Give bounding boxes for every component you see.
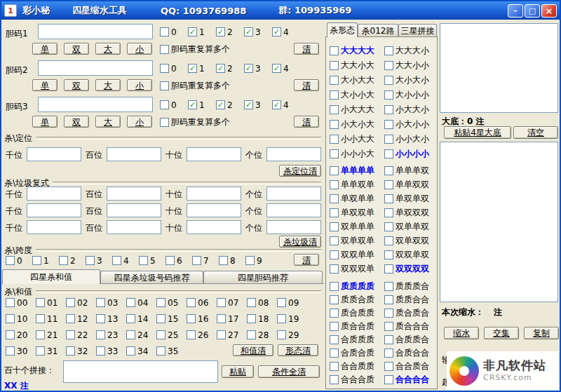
sum-checkbox[interactable] <box>187 330 196 339</box>
sum-option[interactable]: 33 <box>96 346 118 356</box>
pattern-item[interactable]: 双单单单 <box>330 222 374 232</box>
dan-digit-checkbox[interactable]: ✓ <box>244 100 253 109</box>
kill-garbage-input[interactable] <box>266 220 321 234</box>
pattern-checkbox[interactable] <box>384 90 393 100</box>
sum-checkbox[interactable] <box>156 314 165 323</box>
dan-digit-option[interactable]: ✓4 <box>272 100 289 110</box>
dan-digit-checkbox[interactable]: ✓ <box>216 27 225 36</box>
pattern-checkbox[interactable] <box>330 149 339 158</box>
sum-checkbox[interactable] <box>96 314 105 323</box>
sum-option[interactable]: 10 <box>6 313 27 324</box>
span-digit-option[interactable]: 0 <box>6 255 22 266</box>
pattern-item[interactable]: 质合合合 <box>384 321 429 332</box>
sum-checkbox[interactable] <box>6 330 15 339</box>
dan-digit-checkbox[interactable]: ✓ <box>188 64 197 73</box>
pattern-item[interactable]: 单单单双 <box>384 165 429 176</box>
pattern-checkbox[interactable] <box>384 375 393 384</box>
pattern-item[interactable]: 大小小大 <box>330 90 374 100</box>
dan-repeat-option[interactable]: 胆码重复算多个 <box>160 81 230 91</box>
pattern-checkbox[interactable] <box>330 208 339 217</box>
dan-digit-checkbox[interactable]: ✓ <box>272 100 281 109</box>
pattern-checkbox[interactable] <box>330 90 339 100</box>
sum-checkbox[interactable] <box>277 330 286 339</box>
dan-digit-checkbox[interactable]: ✓ <box>244 64 253 73</box>
sum-option[interactable]: 17 <box>217 313 238 324</box>
kill-position-input[interactable] <box>27 147 81 161</box>
dan-digit-checkbox[interactable] <box>160 64 169 73</box>
dan-odd-button[interactable]: 单 <box>32 116 58 128</box>
pattern-item[interactable]: 小小大大 <box>330 134 374 144</box>
sum-checkbox[interactable] <box>96 346 105 356</box>
tab-kill-shape[interactable]: 杀形态 <box>327 22 358 37</box>
sum-option[interactable]: 30 <box>6 346 27 356</box>
pattern-item[interactable]: 质质质质 <box>330 281 374 292</box>
dan-input[interactable] <box>38 24 153 39</box>
titlebar[interactable]: 1 彩小秘 四星缩水工具 QQ: 1093769988 群: 109935969… <box>1 1 560 20</box>
dan-digit-option[interactable]: 0 <box>160 63 177 74</box>
dan-digit-checkbox[interactable]: ✓ <box>216 64 225 73</box>
span-digit-checkbox[interactable] <box>59 256 68 265</box>
kill-position-clear-button[interactable]: 杀定位清 <box>279 165 321 177</box>
pattern-item[interactable]: 质合合质 <box>330 321 374 332</box>
pattern-checkbox[interactable] <box>384 309 393 318</box>
pattern-checkbox[interactable] <box>330 250 339 259</box>
dan-odd-button[interactable]: 单 <box>32 43 58 55</box>
sum-checkbox[interactable] <box>6 314 15 323</box>
span-digit-option[interactable]: 4 <box>112 255 129 266</box>
dan-digit-checkbox[interactable]: ✓ <box>272 64 281 73</box>
kill-garbage-input[interactable] <box>187 220 241 234</box>
dan-big-button[interactable]: 大 <box>95 79 121 91</box>
pattern-item[interactable]: 小小小大 <box>330 149 374 159</box>
pattern-item[interactable]: 双双单单 <box>330 250 374 260</box>
dan-repeat-option[interactable]: 胆码重复算多个 <box>160 44 230 55</box>
sum-checkbox[interactable] <box>217 330 226 339</box>
span-digit-option[interactable]: 8 <box>219 255 236 266</box>
pattern-item[interactable]: 合合合质 <box>330 374 374 385</box>
sum-checkbox[interactable] <box>126 298 135 307</box>
sum-checkbox[interactable] <box>36 298 45 307</box>
pattern-item[interactable]: 小大大小 <box>384 104 429 115</box>
kill-garbage-input[interactable] <box>187 187 241 201</box>
pattern-checkbox[interactable] <box>384 194 393 203</box>
sum-option[interactable]: 09 <box>277 297 299 308</box>
dan-small-button[interactable]: 小 <box>127 116 152 128</box>
span-digit-option[interactable]: 5 <box>139 255 156 266</box>
pattern-item[interactable]: 小大大大 <box>330 104 374 115</box>
span-digit-checkbox[interactable] <box>219 256 228 265</box>
minimize-icon[interactable]: – <box>508 4 523 18</box>
pattern-checkbox[interactable] <box>384 180 393 189</box>
span-digit-option[interactable]: 7 <box>192 255 209 266</box>
pattern-checkbox[interactable] <box>330 236 339 245</box>
sum-checkbox[interactable] <box>6 298 15 307</box>
sum-option[interactable]: 16 <box>187 313 208 324</box>
sum-checkbox[interactable] <box>66 298 75 307</box>
kill-garbage-input[interactable] <box>107 203 161 217</box>
sum-option[interactable]: 02 <box>66 297 88 308</box>
sum-checkbox[interactable] <box>6 346 15 356</box>
dan-clear-button[interactable]: 清 <box>294 79 319 91</box>
sum-checkbox[interactable] <box>217 298 226 307</box>
pattern-checkbox[interactable] <box>330 335 339 344</box>
sum-option[interactable]: 12 <box>66 313 88 324</box>
sum-option[interactable]: 13 <box>96 313 118 324</box>
sum-option[interactable]: 07 <box>217 297 238 308</box>
dan-digit-checkbox[interactable]: ✓ <box>216 100 225 109</box>
pattern-item[interactable]: 双双单双 <box>384 250 429 260</box>
sum-option[interactable]: 34 <box>126 346 148 356</box>
dan-digit-checkbox[interactable]: ✓ <box>188 100 197 109</box>
span-digit-checkbox[interactable] <box>245 256 255 265</box>
dan-repeat-option[interactable]: 胆码重复算多个 <box>160 117 230 128</box>
pattern-checkbox[interactable] <box>330 375 339 384</box>
dan-digit-option[interactable]: ✓4 <box>272 27 289 37</box>
sum-checkbox[interactable] <box>156 346 165 356</box>
pattern-item[interactable]: 合质质合 <box>384 334 429 345</box>
dan-digit-option[interactable]: ✓2 <box>216 100 233 110</box>
dan-repeat-checkbox[interactable] <box>160 45 169 54</box>
pattern-checkbox[interactable] <box>384 120 393 129</box>
sum-checkbox[interactable] <box>277 298 286 307</box>
kill-garbage-input[interactable] <box>107 220 161 234</box>
shrink-button[interactable]: 缩水 <box>444 327 479 339</box>
pattern-item[interactable]: 单单双双 <box>384 180 429 190</box>
sum-checkbox[interactable] <box>187 298 196 307</box>
pattern-item[interactable]: 大大小大 <box>330 60 374 71</box>
